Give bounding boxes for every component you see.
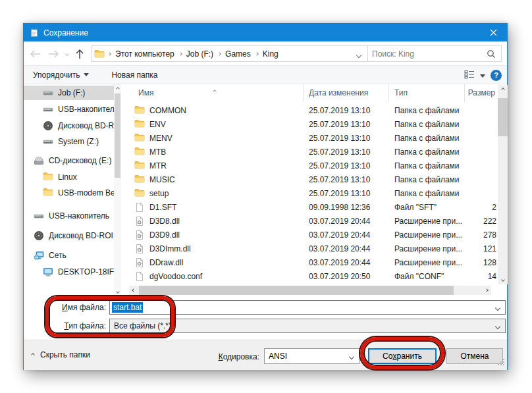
new-folder-button[interactable]: Новая папка (106, 67, 163, 83)
help-button[interactable]: ? (491, 70, 502, 81)
file-row[interactable]: D3D9.dll03.07.2019 20:44Расширение при..… (129, 228, 498, 242)
sidebar-item[interactable]: Дисковод BD-RO (24, 118, 114, 133)
scroll-down-icon[interactable] (498, 275, 508, 284)
title-bar: Сохранение (24, 24, 507, 41)
file-type: Папка с файлами (389, 106, 465, 115)
sidebar-item[interactable]: USB-modem Be (24, 186, 114, 200)
command-toolbar: Упорядочить Новая папка ? (24, 66, 507, 84)
sidebar-item[interactable]: USB-накопитель (24, 209, 114, 223)
folder-icon (43, 188, 53, 198)
file-row[interactable]: MENV25.07.2019 13:10Папка с файлами (129, 131, 498, 145)
filename-label: Имя файла: (29, 303, 106, 312)
cancel-button[interactable]: Отмена (446, 348, 503, 364)
file-date: 25.07.2019 13:10 (304, 106, 389, 115)
filetype-select[interactable]: Все файлы (*.*) (109, 319, 506, 333)
chevron-down-icon[interactable] (496, 303, 500, 312)
scroll-right-icon[interactable] (482, 286, 491, 295)
search-box (367, 45, 502, 62)
sidebar-item-label: DESKTOP-18IF12 (58, 267, 114, 276)
view-mode-button[interactable] (464, 70, 475, 81)
file-date: 03.07.2019 20:50 (304, 272, 389, 281)
list-horizontal-scrollbar[interactable] (129, 286, 491, 295)
file-size: 128 (465, 258, 498, 267)
file-date: 25.07.2019 13:10 (304, 189, 389, 198)
file-row[interactable]: D3DImm.dll03.07.2019 20:44Расширение при… (129, 242, 498, 255)
file-row[interactable]: MUSIC25.07.2019 13:10Папка с файлами (129, 172, 498, 186)
scroll-up-icon[interactable] (498, 85, 508, 94)
address-bar[interactable]: Этот компьютерJob (F:)GamesKing (91, 45, 387, 62)
file-row[interactable]: D1.SFT09.09.1998 12:36Файл "SFT"2 (129, 200, 498, 214)
up-button[interactable] (74, 48, 86, 60)
file-row[interactable]: D3D8.dll03.07.2019 20:44Расширение при..… (129, 214, 498, 228)
dialog-content: Job (F:)USB-накопителДисковод BD-ROSyste… (24, 84, 507, 296)
address-dropdown-chevron-icon[interactable] (357, 48, 361, 60)
file-type: Папка с файлами (389, 147, 465, 157)
column-header-name[interactable]: Имя (129, 84, 304, 101)
file-name: DDraw.dll (149, 258, 183, 267)
chevron-down-icon (350, 352, 354, 361)
file-row[interactable]: MTR25.07.2019 13:10Папка с файлами (129, 159, 498, 172)
sidebar-item[interactable]: System (Z:) (24, 134, 114, 149)
file-row[interactable]: COMMON25.07.2019 13:10Папка с файлами (129, 103, 498, 117)
encoding-select[interactable]: ANSI (264, 348, 359, 364)
folder-icon (134, 105, 145, 116)
chevron-down-icon (84, 73, 89, 76)
file-row[interactable]: DDraw.dll03.07.2019 20:44Расширение при.… (129, 255, 498, 269)
close-button[interactable] (479, 24, 507, 41)
scrollbar-thumb[interactable] (139, 286, 454, 295)
scrollbar-thumb[interactable] (115, 93, 120, 178)
folder-icon (134, 161, 145, 171)
organize-button[interactable]: Упорядочить (28, 67, 94, 83)
file-type: Папка с файлами (389, 189, 465, 198)
sidebar-item[interactable]: Job (F:) (24, 86, 114, 100)
search-input[interactable] (368, 49, 487, 59)
recent-locations-chevron-icon[interactable] (63, 48, 71, 60)
breadcrumb-item[interactable]: Games (223, 49, 253, 59)
scrollbar-thumb[interactable] (498, 98, 508, 136)
breadcrumb-item[interactable]: Job (F:) (184, 49, 216, 59)
sidebar-item[interactable]: DESKTOP-18IF12 (24, 265, 114, 279)
file-rows: COMMON25.07.2019 13:10Папка с файламиENV… (129, 103, 498, 283)
column-header-size[interactable]: Размер (465, 84, 498, 101)
sidebar-item[interactable]: Дисковод BD-ROI (24, 228, 114, 243)
file-date: 03.07.2019 20:44 (304, 258, 389, 267)
folder-icon (134, 119, 145, 130)
file-name: D3D8.dll (149, 217, 180, 226)
resize-grip[interactable] (498, 359, 505, 368)
sidebar-item[interactable]: Сеть (24, 248, 114, 263)
file-row[interactable]: dgVoodoo.conf03.07.2019 20:50Файл "CONF"… (129, 269, 498, 283)
breadcrumb-item[interactable]: King (260, 49, 281, 59)
filename-input[interactable]: start.bat (109, 300, 506, 315)
sidebar-item[interactable]: CD-дисковод (E:) (24, 153, 114, 168)
disc-icon (34, 230, 44, 241)
scroll-left-icon[interactable] (129, 286, 138, 295)
cd-drive-icon (34, 155, 44, 166)
list-vertical-scrollbar[interactable] (498, 85, 508, 284)
sidebar-item-label: System (Z:) (58, 137, 99, 146)
file-row[interactable]: setup25.07.2019 13:10Папка с файлами (129, 186, 498, 200)
back-button[interactable] (29, 48, 41, 60)
sidebar-scrollbar[interactable] (114, 84, 121, 296)
file-row[interactable]: ENV25.07.2019 13:10Папка с файлами (129, 117, 498, 131)
column-header-date[interactable]: Дата изменения (304, 84, 389, 101)
drive-icon (43, 104, 53, 115)
save-button[interactable]: Сохранить (368, 348, 437, 364)
breadcrumb: Этот компьютерJob (F:)GamesKing (106, 49, 357, 59)
file-date: 03.07.2019 20:44 (304, 244, 389, 253)
scroll-up-icon[interactable] (114, 84, 121, 93)
file-date: 25.07.2019 13:10 (304, 175, 389, 184)
file-type: Расширение при... (389, 230, 465, 240)
sidebar-item-label: USB-накопител (58, 105, 114, 114)
chevron-down-icon (496, 321, 500, 330)
sidebar-item[interactable]: Linux (24, 170, 114, 184)
view-mode-chevron-icon[interactable] (480, 70, 485, 80)
file-date: 25.07.2019 13:10 (304, 147, 389, 157)
file-row[interactable]: MTB25.07.2019 13:10Папка с файлами (129, 145, 498, 159)
column-header-type[interactable]: Тип (389, 84, 465, 101)
sidebar-item[interactable]: USB-накопител (24, 102, 114, 117)
breadcrumb-item[interactable]: Этот компьютер (113, 49, 177, 59)
hide-folders-button[interactable]: Скрыть папки (32, 350, 90, 359)
dll-icon (134, 230, 145, 240)
forward-button[interactable] (47, 48, 59, 60)
scroll-down-icon[interactable] (114, 287, 121, 296)
